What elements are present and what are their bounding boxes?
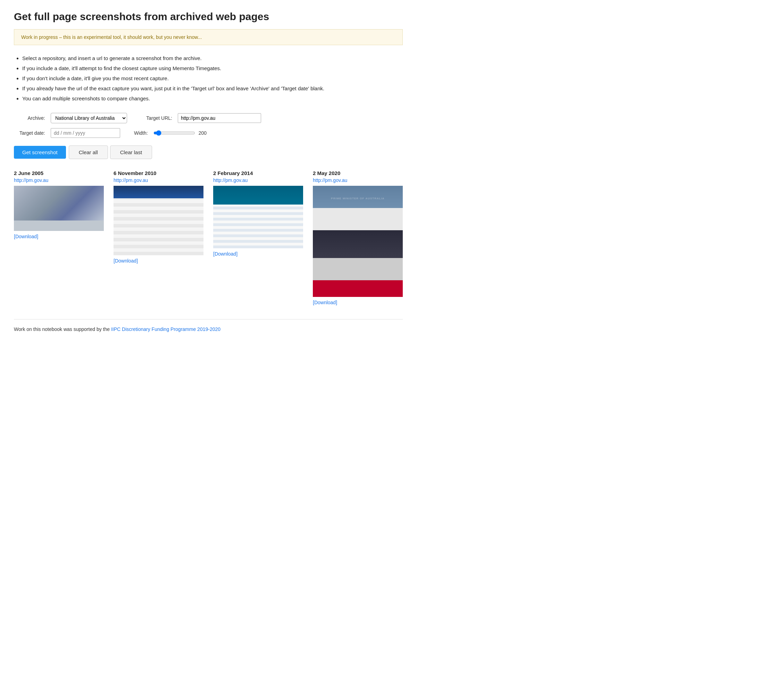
footer-link[interactable]: IIPC Discretionary Funding Programme 201… xyxy=(111,326,221,332)
archive-select[interactable]: National Library of AustraliaInternet Ar… xyxy=(51,113,127,123)
width-label: Width: xyxy=(134,130,148,136)
page-title: Get full page screenshots from archived … xyxy=(14,10,403,23)
archive-label: Archive: xyxy=(14,115,45,121)
download-link[interactable]: [Download] xyxy=(213,251,303,257)
download-link[interactable]: [Download] xyxy=(114,258,203,263)
instruction-item: If you don't include a date, it'll give … xyxy=(22,74,403,83)
clear-all-button[interactable]: Clear all xyxy=(69,145,108,159)
screenshot-image xyxy=(14,186,104,231)
screenshot-card: 2 June 2005http://pm.gov.au[Download] xyxy=(14,170,104,305)
screenshot-date: 6 November 2010 xyxy=(114,170,203,176)
width-value: 200 xyxy=(199,130,207,136)
screenshot-image xyxy=(213,186,303,248)
screenshot-url-link[interactable]: http://pm.gov.au xyxy=(114,178,203,183)
width-slider[interactable] xyxy=(153,130,195,136)
screenshot-card: 2 May 2020http://pm.gov.au[Download] xyxy=(313,170,403,305)
screenshot-url-link[interactable]: http://pm.gov.au xyxy=(14,178,104,183)
instruction-item: If you already have the url of the exact… xyxy=(22,84,403,93)
screenshot-date: 2 June 2005 xyxy=(14,170,104,176)
target-date-input[interactable] xyxy=(51,128,120,138)
instruction-item: If you include a date, it'll attempt to … xyxy=(22,64,403,73)
download-link[interactable]: [Download] xyxy=(14,234,104,239)
notice-banner: Work in progress – this is an experiment… xyxy=(14,29,403,45)
footer-text: Work on this notebook was supported by t… xyxy=(14,326,111,332)
screenshot-url-link[interactable]: http://pm.gov.au xyxy=(313,178,403,183)
form-section: Archive: National Library of AustraliaIn… xyxy=(14,113,403,138)
get-screenshot-button[interactable]: Get screenshot xyxy=(14,146,66,159)
footer: Work on this notebook was supported by t… xyxy=(14,319,403,332)
target-url-label: Target URL: xyxy=(141,115,172,121)
screenshot-date: 2 February 2014 xyxy=(213,170,303,176)
target-url-input[interactable] xyxy=(178,113,261,123)
screenshot-card: 6 November 2010http://pm.gov.au[Download… xyxy=(114,170,203,305)
instruction-item: Select a repository, and insert a url to… xyxy=(22,53,403,63)
screenshot-card: 2 February 2014http://pm.gov.au[Download… xyxy=(213,170,303,305)
button-row: Get screenshot Clear all Clear last xyxy=(14,145,403,159)
screenshot-image xyxy=(313,186,403,297)
instructions-section: Select a repository, and insert a url to… xyxy=(14,53,403,103)
target-date-label: Target date: xyxy=(14,130,45,136)
notice-text: Work in progress – this is an experiment… xyxy=(21,35,202,40)
clear-last-button[interactable]: Clear last xyxy=(110,145,152,159)
screenshot-url-link[interactable]: http://pm.gov.au xyxy=(213,178,303,183)
screenshot-date: 2 May 2020 xyxy=(313,170,403,176)
screenshot-image xyxy=(114,186,203,255)
download-link[interactable]: [Download] xyxy=(313,300,403,305)
screenshots-grid: 2 June 2005http://pm.gov.au[Download]6 N… xyxy=(14,170,403,305)
instruction-item: You can add multiple screenshots to comp… xyxy=(22,94,403,103)
